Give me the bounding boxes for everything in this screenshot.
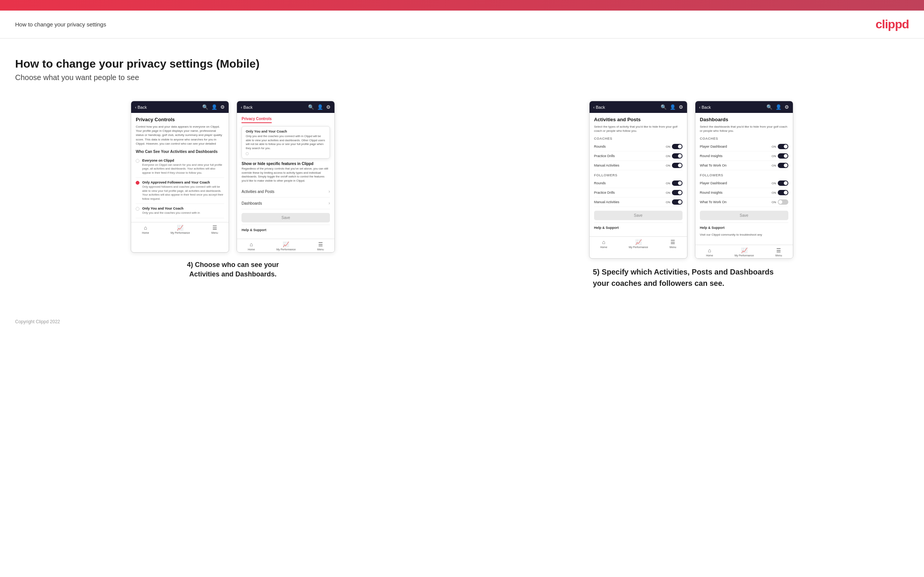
- settings-icon-4[interactable]: ⚙: [785, 104, 789, 110]
- toggle-pill-8[interactable]: [778, 153, 788, 159]
- followers-player-switch[interactable]: ON: [772, 181, 788, 186]
- nav-menu-1[interactable]: ☰ Menu: [211, 225, 218, 234]
- followers-drills-switch[interactable]: ON: [666, 190, 683, 195]
- help-support-3: Help & Support: [594, 222, 683, 233]
- screen2-icons: 🔍 👤 ⚙: [308, 104, 331, 110]
- save-button-4[interactable]: Save: [700, 211, 788, 220]
- search-icon-4[interactable]: 🔍: [766, 104, 772, 110]
- coaches-player-dashboard-toggle[interactable]: Player Dashboard ON: [700, 142, 788, 152]
- followers-insights-switch[interactable]: ON: [772, 190, 788, 195]
- followers-rounds-switch[interactable]: ON: [666, 181, 683, 186]
- nav-menu-2[interactable]: ☰ Menu: [317, 241, 324, 251]
- screen2-back[interactable]: ‹ Back: [241, 105, 252, 110]
- radio-text-only-you: Only You and Your Coach Only you and the…: [142, 206, 200, 215]
- screen4-bottom-nav: ⌂ Home 📈 My Performance ☰ Menu: [695, 245, 793, 258]
- settings-icon[interactable]: ⚙: [220, 104, 225, 110]
- step5-caption: 5) Specify which Activities, Posts and D…: [593, 266, 790, 289]
- main-content: How to change your privacy settings (Mob…: [0, 39, 924, 311]
- people-icon-3[interactable]: 👤: [670, 104, 676, 110]
- screen3-desc: Select the types of activity that you'd …: [594, 125, 683, 133]
- toggle-pill-3[interactable]: [672, 163, 683, 168]
- steps-row: ‹ Back 🔍 👤 ⚙ Privacy Controls Control ho…: [15, 101, 909, 289]
- followers-manual-toggle[interactable]: Manual Activities ON: [594, 198, 683, 207]
- people-icon[interactable]: 👤: [211, 104, 217, 110]
- radio-option-only-you[interactable]: Only You and Your Coach Only you and the…: [136, 204, 224, 218]
- nav-home-2[interactable]: ⌂ Home: [248, 241, 255, 251]
- toggle-pill-12[interactable]: [778, 199, 788, 205]
- breadcrumb-title: How to change your privacy settings: [15, 21, 106, 27]
- home-icon-3: ⌂: [602, 239, 605, 245]
- followers-rounds-toggle[interactable]: Rounds ON: [594, 179, 683, 188]
- arrow-right-icon-2: ›: [328, 200, 330, 206]
- followers-wtw-switch[interactable]: ON: [772, 199, 788, 205]
- radio-option-approved[interactable]: Only Approved Followers and Your Coach O…: [136, 178, 224, 204]
- screen1-topbar: ‹ Back 🔍 👤 ⚙: [131, 101, 229, 113]
- search-icon-2[interactable]: 🔍: [308, 104, 314, 110]
- nav-menu-4[interactable]: ☰ Menu: [775, 247, 782, 257]
- coaches-what-to-work-toggle[interactable]: What To Work On ON: [700, 161, 788, 170]
- chevron-left-icon-3: ‹: [593, 105, 595, 110]
- nav-home-1[interactable]: ⌂ Home: [142, 225, 149, 234]
- chart-icon-2: 📈: [283, 241, 289, 247]
- coaches-rounds-switch[interactable]: ON: [666, 144, 683, 149]
- followers-player-dashboard-toggle[interactable]: Player Dashboard ON: [700, 179, 788, 188]
- home-icon: ⌂: [144, 225, 147, 231]
- screen2-bottom-nav: ⌂ Home 📈 My Performance ☰ Menu: [237, 239, 334, 252]
- radio-option-everyone[interactable]: Everyone on Clippd Everyone on Clippd ca…: [136, 156, 224, 178]
- chart-icon: 📈: [177, 225, 183, 231]
- screen3-content: Activities and Posts Select the types of…: [590, 113, 687, 236]
- toggle-pill-11[interactable]: [778, 190, 788, 195]
- coaches-manual-switch[interactable]: ON: [666, 163, 683, 168]
- search-icon[interactable]: 🔍: [202, 104, 208, 110]
- toggle-pill-10[interactable]: [778, 181, 788, 186]
- search-icon-3[interactable]: 🔍: [661, 104, 667, 110]
- followers-round-insights-toggle[interactable]: Round Insights ON: [700, 188, 788, 198]
- toggle-pill-5[interactable]: [672, 190, 683, 195]
- toggle-pill-4[interactable]: [672, 181, 683, 186]
- coaches-rounds-toggle[interactable]: Rounds ON: [594, 142, 683, 152]
- settings-icon-3[interactable]: ⚙: [679, 104, 683, 110]
- nav-menu-3[interactable]: ☰ Menu: [670, 239, 677, 248]
- screen4-back[interactable]: ‹ Back: [699, 105, 711, 110]
- screen4-title: Dashboards: [700, 117, 788, 122]
- menu-icon-3: ☰: [670, 239, 675, 245]
- followers-what-to-work-toggle[interactable]: What To Work On ON: [700, 198, 788, 207]
- followers-manual-switch[interactable]: ON: [666, 199, 683, 205]
- people-icon-4[interactable]: 👤: [775, 104, 782, 110]
- coaches-player-switch[interactable]: ON: [772, 144, 788, 149]
- coaches-round-insights-toggle[interactable]: Round Insights ON: [700, 152, 788, 161]
- radio-text-approved: Only Approved Followers and Your Coach O…: [142, 181, 224, 201]
- nav-home-4[interactable]: ⌂ Home: [706, 247, 713, 257]
- followers-drills-toggle[interactable]: Practice Drills ON: [594, 188, 683, 198]
- toggle-pill-1[interactable]: [672, 144, 683, 149]
- toggle-pill-9[interactable]: [778, 163, 788, 168]
- people-icon-2[interactable]: 👤: [317, 104, 323, 110]
- nav-home-3[interactable]: ⌂ Home: [600, 239, 607, 248]
- coaches-drills-toggle[interactable]: Practice Drills ON: [594, 152, 683, 161]
- nav-performance-4[interactable]: 📈 My Performance: [735, 247, 754, 257]
- toggle-pill-6[interactable]: [672, 199, 683, 205]
- nav-performance-2[interactable]: 📈 My Performance: [276, 241, 296, 251]
- nav-performance-3[interactable]: 📈 My Performance: [629, 239, 648, 248]
- screen3-back[interactable]: ‹ Back: [593, 105, 605, 110]
- coaches-wtw-switch[interactable]: ON: [772, 163, 788, 168]
- save-button-2[interactable]: Save: [241, 213, 330, 222]
- screen4-topbar: ‹ Back 🔍 👤 ⚙: [695, 101, 793, 113]
- menu-activities[interactable]: Activities and Posts ›: [241, 186, 330, 198]
- toggle-pill-2[interactable]: [672, 153, 683, 159]
- save-button-3[interactable]: Save: [594, 211, 683, 220]
- screen2-tab: Privacy Controls: [241, 117, 271, 123]
- menu-dashboards[interactable]: Dashboards ›: [241, 198, 330, 209]
- page-header: How to change your privacy settings clip…: [0, 11, 924, 39]
- settings-icon-2[interactable]: ⚙: [326, 104, 331, 110]
- coaches-drills-switch[interactable]: ON: [666, 153, 683, 159]
- home-icon-2: ⌂: [250, 241, 253, 247]
- screen1-back[interactable]: ‹ Back: [135, 105, 147, 110]
- chevron-left-icon-4: ‹: [699, 105, 701, 110]
- screen1-bottom-nav: ⌂ Home 📈 My Performance ☰ Menu: [131, 222, 229, 235]
- coaches-manual-toggle[interactable]: Manual Activities ON: [594, 161, 683, 170]
- toggle-pill-7[interactable]: [778, 144, 788, 149]
- screen3-bottom-nav: ⌂ Home 📈 My Performance ☰ Menu: [590, 236, 687, 250]
- coaches-insights-switch[interactable]: ON: [772, 153, 788, 159]
- nav-performance-1[interactable]: 📈 My Performance: [170, 225, 190, 234]
